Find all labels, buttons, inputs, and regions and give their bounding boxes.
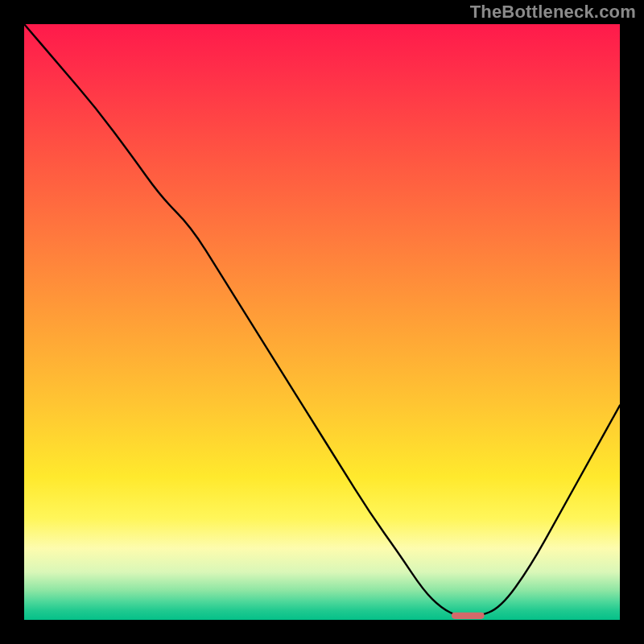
watermark-text: TheBottleneck.com (470, 2, 636, 23)
plot-area (24, 24, 620, 620)
chart-frame: { "watermark": "TheBottleneck.com", "col… (0, 0, 644, 644)
optimal-marker (452, 613, 485, 619)
marker-layer (24, 24, 620, 620)
